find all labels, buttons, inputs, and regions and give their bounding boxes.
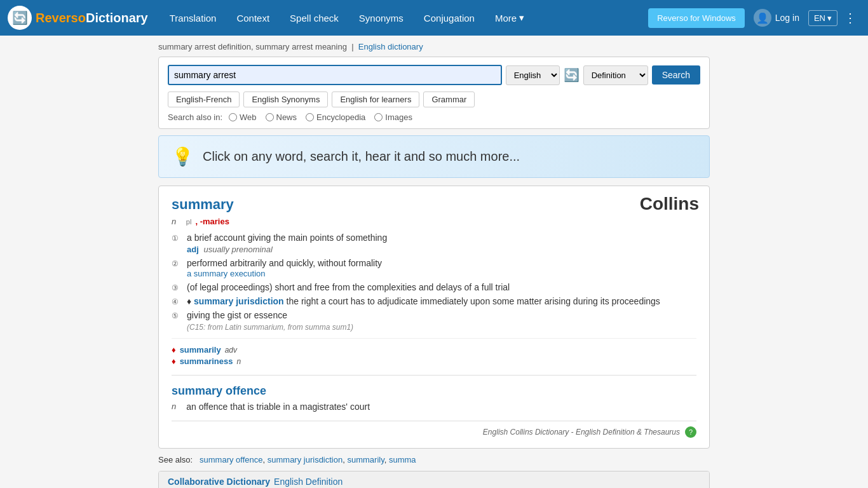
navbar: 🔄 ReversoDictionary Translation Context … — [0, 0, 868, 36]
related-pos: adv — [225, 346, 237, 355]
reverso-windows-button[interactable]: Reverso for Windows — [648, 8, 745, 28]
radio-web[interactable]: Web — [229, 112, 257, 122]
related-pos: n — [236, 357, 241, 366]
radio-news[interactable]: News — [266, 112, 297, 122]
logo-text: ReversoDictionary — [36, 11, 148, 25]
mode-select[interactable]: Definition Translation — [583, 65, 648, 85]
sense-text: performed arbitrarily and quickly, witho… — [187, 258, 382, 268]
language-select[interactable]: English French Spanish — [506, 65, 560, 85]
logo[interactable]: 🔄 ReversoDictionary — [8, 6, 148, 30]
logo-icon: 🔄 — [8, 6, 32, 30]
nav-more[interactable]: More ▾ — [486, 0, 533, 36]
collab-header-rest: English Definition — [274, 477, 342, 487]
see-also-link[interactable]: summarily — [347, 455, 384, 464]
tab-english-learners[interactable]: English for learners — [332, 92, 419, 107]
related-word-link[interactable]: summariness — [180, 356, 233, 366]
sense-num: ④ — [172, 297, 182, 306]
sense-5: ⑤ giving the gist or essence (C15: from … — [172, 310, 696, 332]
more-options-button[interactable]: ⋮ — [840, 10, 860, 25]
dict-tabs: English-French English Synonyms English … — [168, 92, 700, 107]
dict-footer: English Collins Dictionary - English Def… — [172, 421, 696, 438]
tip-text: Click on any word, search it, hear it an… — [203, 149, 520, 164]
see-also-link[interactable]: summary jurisdiction — [268, 455, 342, 464]
radio-encyclopedia[interactable]: Encyclopedia — [306, 112, 365, 122]
related-words: ♦ summarily adv ♦ summariness n — [172, 338, 696, 366]
sense-num: ② — [172, 259, 182, 278]
search-button[interactable]: Search — [652, 65, 700, 85]
phrase-def: the right a court has to adjudicate imme… — [287, 296, 660, 306]
related-summarily: ♦ summarily adv — [172, 345, 696, 355]
definition-card: Collins summary n pl , -maries ① a brief… — [158, 186, 710, 449]
footer-source: English Collins Dictionary - English Def… — [483, 428, 680, 437]
entry-title[interactable]: summary — [172, 196, 696, 213]
language-selector[interactable]: EN ▾ — [808, 10, 837, 26]
collab-dict-link[interactable]: Collaborative Dictionary — [168, 477, 270, 487]
sub-pos-tag: adj — [187, 245, 199, 254]
phrase-link[interactable]: summary jurisdiction — [194, 296, 284, 306]
sense-num: ③ — [172, 283, 182, 292]
breadcrumb-link[interactable]: English dictionary — [358, 42, 423, 51]
user-icon: 👤 — [754, 9, 771, 27]
sense-text: giving the gist or essence — [187, 310, 287, 320]
collab-card: Collaborative Dictionary English Definit… — [158, 471, 710, 488]
related-summariness: ♦ summariness n — [172, 356, 696, 366]
sense-num: ① — [172, 234, 182, 254]
tip-banner: 💡 Click on any word, search it, hear it … — [158, 135, 710, 178]
sense-text: (of legal proceedings) short and free fr… — [187, 282, 510, 292]
definition-list: ① a brief account giving the main points… — [172, 233, 696, 332]
entry2-def-text: an offence that is triable in a magistra… — [186, 402, 370, 412]
entry2-title[interactable]: summary offence — [172, 384, 696, 398]
see-also-link[interactable]: summa — [389, 455, 416, 464]
see-also: See also: summary offence, summary juris… — [158, 455, 710, 464]
collins-badge: Collins — [640, 194, 699, 214]
example-link[interactable]: a summary execution — [187, 269, 266, 278]
plural-label: pl — [186, 218, 192, 226]
nav-spell-check[interactable]: Spell check — [281, 0, 348, 36]
sense-3: ③ (of legal proceedings) short and free … — [172, 282, 696, 292]
login-button[interactable]: 👤 Log in — [747, 9, 806, 27]
nav-translation[interactable]: Translation — [161, 0, 226, 36]
see-also-link[interactable]: summary offence — [200, 455, 262, 464]
entry-meta: n pl , -maries — [172, 217, 696, 226]
nav-context[interactable]: Context — [227, 0, 278, 36]
sense-1: ① a brief account giving the main points… — [172, 233, 696, 254]
plural-form: , -maries — [195, 217, 229, 226]
search-also: Search also in: Web News Encyclopedia Im… — [168, 112, 700, 122]
search-input[interactable] — [168, 65, 502, 85]
part-of-speech: n — [172, 217, 176, 226]
tab-grammar[interactable]: Grammar — [423, 92, 475, 107]
sense-2: ② performed arbitrarily and quickly, wit… — [172, 258, 696, 278]
nav-synonyms[interactable]: Synonyms — [350, 0, 412, 36]
breadcrumb: summary arrest definition, summary arres… — [158, 42, 710, 51]
info-icon[interactable]: ? — [685, 426, 696, 438]
entry2-pos: n — [172, 402, 176, 412]
search-box: English French Spanish 🔄 Definition Tran… — [158, 57, 710, 129]
sub-note: usually prenominal — [203, 245, 272, 254]
swap-icon[interactable]: 🔄 — [564, 67, 580, 83]
chevron-down-icon: ▾ — [519, 12, 524, 24]
sense-4: ④ ♦ summary jurisdiction the right a cou… — [172, 296, 696, 306]
etymology: (C15: from Latin summarium, from summa s… — [187, 323, 696, 332]
radio-images[interactable]: Images — [374, 112, 412, 122]
sense-text: a brief account giving the main points o… — [187, 233, 387, 243]
entry2-def: n an offence that is triable in a magist… — [172, 402, 696, 412]
collab-header: Collaborative Dictionary English Definit… — [159, 471, 709, 488]
chevron-down-icon: ▾ — [827, 13, 832, 23]
tip-icon: 💡 — [172, 146, 194, 167]
nav-conjugation[interactable]: Conjugation — [415, 0, 484, 36]
tab-english-synonyms[interactable]: English Synonyms — [243, 92, 328, 107]
sense-num: ⑤ — [172, 311, 182, 332]
related-word-link[interactable]: summarily — [180, 345, 221, 355]
tab-english-french[interactable]: English-French — [168, 92, 240, 107]
